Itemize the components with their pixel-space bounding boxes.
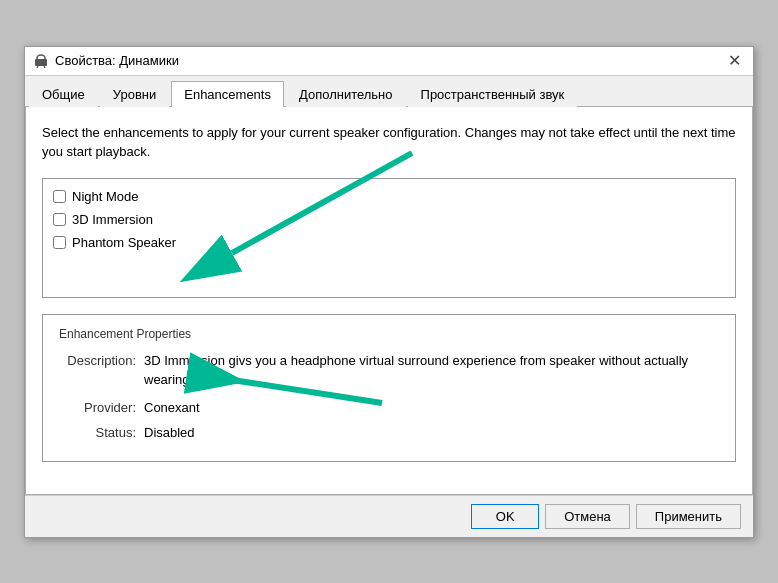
provider-row: Provider: Conexant	[59, 398, 719, 418]
status-label: Status:	[59, 423, 144, 443]
provider-label: Provider:	[59, 398, 144, 418]
title-bar-left: Свойства: Динамики	[33, 53, 179, 69]
title-bar: Свойства: Динамики ✕	[25, 47, 753, 76]
provider-value: Conexant	[144, 398, 200, 418]
tab-levels[interactable]: Уровни	[100, 81, 169, 107]
window-body: Select the enhancements to apply for you…	[42, 123, 736, 462]
main-window: Свойства: Динамики ✕ Общие Уровни Enhanc…	[24, 46, 754, 538]
ok-button[interactable]: OK	[471, 504, 539, 529]
description-value: 3D Immersion givs you a headphone virtua…	[144, 351, 719, 390]
apply-button[interactable]: Применить	[636, 504, 741, 529]
3d-immersion-label: 3D Immersion	[72, 212, 153, 227]
properties-title: Enhancement Properties	[59, 327, 719, 341]
description-row: Description: 3D Immersion givs you a hea…	[59, 351, 719, 390]
tab-spatial[interactable]: Пространственный звук	[408, 81, 578, 107]
svg-line-2	[37, 66, 38, 68]
tab-bar: Общие Уровни Enhancements Дополнительно …	[25, 76, 753, 107]
svg-line-3	[44, 66, 45, 68]
cancel-button[interactable]: Отмена	[545, 504, 630, 529]
status-value: Disabled	[144, 423, 195, 443]
description-text: Select the enhancements to apply for you…	[42, 123, 736, 162]
tab-advanced[interactable]: Дополнительно	[286, 81, 406, 107]
properties-box: Enhancement Properties Description: 3D I…	[42, 314, 736, 462]
tab-content: Select the enhancements to apply for you…	[25, 107, 753, 495]
description-label: Description:	[59, 351, 144, 390]
night-mode-checkbox[interactable]	[53, 190, 66, 203]
phantom-speaker-checkbox[interactable]	[53, 236, 66, 249]
status-row: Status: Disabled	[59, 423, 719, 443]
tab-general[interactable]: Общие	[29, 81, 98, 107]
night-mode-label: Night Mode	[72, 189, 138, 204]
phantom-speaker-label: Phantom Speaker	[72, 235, 176, 250]
window-icon	[33, 53, 49, 69]
3d-immersion-checkbox[interactable]	[53, 213, 66, 226]
footer: OK Отмена Применить	[25, 495, 753, 537]
window-title: Свойства: Динамики	[55, 53, 179, 68]
night-mode-item[interactable]: Night Mode	[53, 189, 725, 204]
close-button[interactable]: ✕	[724, 53, 745, 69]
svg-rect-0	[35, 59, 47, 66]
tab-enhancements[interactable]: Enhancements	[171, 81, 284, 107]
3d-immersion-item[interactable]: 3D Immersion	[53, 212, 725, 227]
enhancements-listbox: Night Mode 3D Immersion Phantom Speaker	[42, 178, 736, 298]
phantom-speaker-item[interactable]: Phantom Speaker	[53, 235, 725, 250]
